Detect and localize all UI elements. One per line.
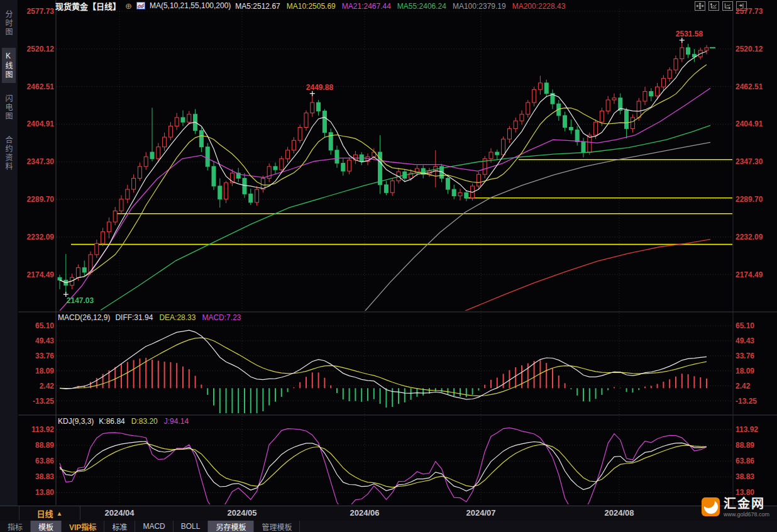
macd-header: MACD(26,12,9) DIFF:31.94DEA:28.33MACD:7.… xyxy=(58,313,247,322)
price-annotation: 2531.58 xyxy=(676,30,703,38)
date-axis-label: 2024/04 xyxy=(105,508,135,518)
axis-label: 38.83 xyxy=(16,472,54,481)
axis-label: 63.86 xyxy=(16,457,54,465)
ma-value: MA55:2406.24 xyxy=(397,2,446,11)
axis-label: 49.43 xyxy=(736,336,774,345)
date-axis-label: 2024/08 xyxy=(605,508,634,518)
axis-label: 2174.49 xyxy=(16,270,54,279)
indicator-tab-bar: 指标模板VIP指标标准MACDBOLL另存模板管理模板 xyxy=(0,521,777,532)
axis-label: 2232.09 xyxy=(736,233,774,241)
bottom-tab-1[interactable]: 模板 xyxy=(31,521,62,532)
axis-label: 38.83 xyxy=(736,472,774,481)
sidebar-item-3[interactable]: 合约资料 xyxy=(2,132,16,175)
axis-label: 113.92 xyxy=(16,425,54,434)
indicator-value: J:94.14 xyxy=(164,417,189,426)
move-icon[interactable] xyxy=(695,1,705,11)
sidebar-item-1[interactable]: K线图 xyxy=(2,48,16,83)
axis-label: 2289.70 xyxy=(16,195,54,204)
site-logo: 汇金网 www.gold678.com xyxy=(702,497,769,518)
expand-icon[interactable]: ⊕ xyxy=(125,1,132,11)
interval-arrow-icon: ▲ xyxy=(57,510,63,517)
bottom-tab-5[interactable]: BOLL xyxy=(174,521,209,532)
axis-label: 2289.70 xyxy=(736,195,774,204)
macd-params-label: MACD(26,12,9) xyxy=(58,313,110,322)
chart-header: 现货黄金【日线】 ⊕ MA(5,10,21,55,100,200) MA5:25… xyxy=(55,1,571,11)
sidebar-item-2[interactable]: 闪电图 xyxy=(2,91,16,125)
bottom-tab-2[interactable]: VIP指标 xyxy=(62,521,104,532)
interval-selector[interactable]: 日线 ▲ xyxy=(19,506,80,520)
axis-label: 13.80 xyxy=(736,488,774,497)
ma-value: MA200:2228.43 xyxy=(512,2,566,11)
fit-range-icon[interactable] xyxy=(708,1,719,11)
axis-label: 2577.73 xyxy=(736,7,774,16)
axis-label: 2174.49 xyxy=(736,270,774,279)
kline-chart-canvas[interactable] xyxy=(0,0,777,532)
axis-label: -13.25 xyxy=(16,397,54,406)
axis-label: 2232.09 xyxy=(16,233,54,241)
indicator-value: DIFF:31.94 xyxy=(115,313,153,322)
axis-label: -13.25 xyxy=(736,397,774,406)
bottom-tab-6[interactable]: 另存模板 xyxy=(208,521,254,532)
date-axis-label: 2024/07 xyxy=(466,508,496,518)
axis-label: 2404.91 xyxy=(16,119,54,128)
ma-value: MA21:2467.44 xyxy=(342,2,391,11)
indicator-value: DEA:28.33 xyxy=(159,313,196,322)
logo-icon xyxy=(702,497,720,516)
indicator-value: K:86.84 xyxy=(99,417,124,426)
axis-label: 2347.30 xyxy=(736,157,774,166)
ma-values: MA5:2512.67MA10:2505.69MA21:2467.44MA55:… xyxy=(235,0,571,11)
axis-label: 88.89 xyxy=(16,441,54,450)
interval-label: 日线 xyxy=(37,507,53,519)
axis-label: 2.42 xyxy=(736,382,774,391)
axis-label: 2.42 xyxy=(16,382,54,391)
axis-label: 18.09 xyxy=(16,367,54,375)
date-axis-row: 日线 ▲ 2024/042024/052024/062024/072024/08 xyxy=(0,506,777,521)
ma-value: MA100:2379.19 xyxy=(453,2,506,11)
chart-type-sidebar: 分时图K线图闪电图合约资料 xyxy=(0,0,18,521)
logo-name: 汇金网 xyxy=(724,497,769,510)
axis-label: 13.80 xyxy=(16,488,54,497)
indicator-value: MACD:7.23 xyxy=(202,313,241,322)
kdj-header: KDJ(9,3,3) K:86.84D:83.20J:94.14 xyxy=(58,417,195,426)
axis-label: 113.92 xyxy=(736,425,774,434)
sidebar-item-0[interactable]: 分时图 xyxy=(2,6,16,40)
axis-label: 2347.30 xyxy=(16,157,54,166)
ma-params-label: MA(5,10,21,55,100,200) xyxy=(150,1,231,10)
axis-label: 2520.12 xyxy=(16,45,54,53)
chart-style-icon[interactable] xyxy=(136,2,145,9)
axis-label: 2462.51 xyxy=(736,82,774,91)
axis-label: 63.86 xyxy=(736,457,774,465)
bottom-tab-7[interactable]: 管理模板 xyxy=(254,521,300,532)
date-axis-label: 2024/06 xyxy=(350,508,380,518)
forward-icon[interactable] xyxy=(722,1,733,11)
instrument-title[interactable]: 现货黄金【日线】 xyxy=(55,0,121,12)
logo-url: www.gold678.com xyxy=(724,511,769,518)
axis-label: 2462.51 xyxy=(16,82,54,91)
axis-label: 18.09 xyxy=(736,367,774,375)
axis-label: 65.10 xyxy=(736,321,774,330)
axis-label: 2404.91 xyxy=(736,119,774,128)
date-axis-label: 2024/05 xyxy=(228,508,257,518)
bottom-tab-0[interactable]: 指标 xyxy=(0,521,31,532)
kdj-params-label: KDJ(9,3,3) xyxy=(58,417,94,426)
bottom-tab-4[interactable]: MACD xyxy=(135,521,173,532)
axis-label: 2520.12 xyxy=(736,45,774,53)
axis-label: 65.10 xyxy=(16,321,54,330)
axis-label: 49.43 xyxy=(16,336,54,345)
bottom-tab-3[interactable]: 标准 xyxy=(104,521,135,532)
axis-label: 2577.73 xyxy=(16,7,54,16)
axis-label: 88.89 xyxy=(736,441,774,450)
price-annotation: 2147.03 xyxy=(67,296,94,305)
indicator-value: D:83.20 xyxy=(131,417,158,426)
ma-value: MA5:2512.67 xyxy=(235,2,280,11)
axis-label: 33.76 xyxy=(736,352,774,360)
ma-value: MA10:2505.69 xyxy=(287,2,336,11)
price-annotation: 2449.88 xyxy=(306,83,333,92)
chart-window: { "header": { "title": "现货黄金【日线】", "expa… xyxy=(0,0,777,532)
axis-label: 33.76 xyxy=(16,352,54,360)
